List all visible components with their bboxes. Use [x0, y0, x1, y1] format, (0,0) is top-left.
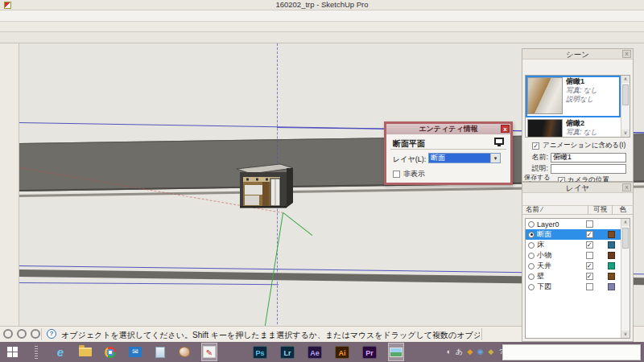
circle-tool-icon[interactable] — [0, 84, 10, 98]
taskbar-grip[interactable] — [29, 343, 43, 361]
layer-row-danmen[interactable]: 断面 — [526, 229, 621, 240]
previous-view-icon[interactable] — [10, 221, 19, 235]
chrome-icon[interactable] — [103, 343, 118, 361]
layer-row-layer0[interactable]: Layer0 — [526, 219, 621, 229]
geolocation-icon[interactable] — [3, 329, 13, 339]
layer-visible-checkbox[interactable] — [586, 283, 593, 290]
photoshop-icon[interactable]: Ps — [251, 343, 269, 361]
tray-volume-icon[interactable]: ◐ — [445, 343, 452, 361]
layer-color-swatch[interactable] — [608, 262, 615, 269]
look-around-tool-icon[interactable] — [10, 235, 19, 249]
start-button[interactable] — [5, 343, 19, 361]
scene-desc-input[interactable] — [551, 164, 626, 174]
current-layer-radio[interactable] — [528, 242, 535, 249]
3d-text-tool-icon[interactable] — [10, 180, 19, 194]
current-layer-radio[interactable] — [528, 274, 535, 280]
close-icon[interactable]: x — [501, 125, 510, 133]
layer-color-swatch[interactable] — [608, 273, 615, 280]
layer-visible-checkbox[interactable] — [586, 241, 593, 249]
pan-tool-icon[interactable] — [10, 194, 19, 208]
layer-color-swatch[interactable] — [608, 283, 615, 290]
make-component-tool-icon[interactable] — [10, 43, 19, 57]
layer-row-kabe[interactable]: 壁 — [526, 271, 621, 282]
text-tool-icon[interactable] — [0, 180, 10, 194]
paint-icon[interactable] — [177, 343, 192, 361]
layer-row-komono[interactable]: 小物 — [526, 250, 621, 261]
current-layer-radio[interactable] — [528, 263, 535, 269]
polygon-tool-icon[interactable] — [0, 98, 10, 112]
scene-thumbnail[interactable] — [527, 77, 563, 114]
help-icon[interactable]: ? — [47, 329, 56, 339]
orbit-tool-icon[interactable] — [0, 194, 10, 208]
credits-icon[interactable] — [17, 329, 27, 339]
layer-color-swatch[interactable] — [608, 241, 615, 249]
scene-name-input[interactable] — [551, 153, 626, 162]
sign-in-icon[interactable] — [31, 329, 40, 339]
ime-icon[interactable]: あ — [456, 343, 463, 361]
rotate-tool-icon[interactable] — [0, 125, 10, 139]
scrollbar-thumb[interactable] — [622, 228, 629, 249]
ie-icon[interactable]: e — [53, 343, 68, 361]
aftereffects-icon[interactable]: Ae — [306, 343, 324, 361]
rectangle-tool-icon[interactable] — [0, 71, 10, 84]
move-tool-icon[interactable] — [0, 112, 10, 125]
paint-bucket-tool-icon[interactable] — [0, 57, 10, 71]
current-layer-radio[interactable] — [528, 284, 535, 290]
tray-icon-gold[interactable]: ◆ — [487, 343, 494, 361]
tray-icon-blue[interactable]: ◉ — [477, 343, 484, 361]
push-pull-tool-icon[interactable] — [10, 112, 19, 125]
axes-tool-icon[interactable] — [0, 167, 10, 180]
premiere-icon[interactable]: Pr — [361, 343, 378, 361]
scene-thumbnail[interactable] — [527, 119, 563, 138]
sketchup-taskbar-icon[interactable]: ✎ — [201, 343, 217, 361]
eraser-tool-icon[interactable] — [10, 57, 19, 71]
zoom-window-tool-icon[interactable] — [10, 208, 19, 221]
notification-popup[interactable] — [502, 344, 641, 360]
layer-row-shitazu[interactable]: 下図 — [526, 282, 621, 292]
zoom-tool-icon[interactable] — [0, 208, 10, 221]
mail-icon[interactable]: ✉ — [127, 343, 143, 361]
layer-visible-checkbox[interactable] — [586, 231, 593, 238]
scroll-down-icon[interactable]: ∨ — [621, 331, 630, 338]
zoom-extents-tool-icon[interactable] — [0, 221, 10, 235]
scene-list-scrollbar[interactable]: ∧ ∨ — [621, 76, 630, 137]
arc-tool-icon[interactable] — [10, 84, 19, 98]
tape-measure-tool-icon[interactable] — [0, 153, 10, 167]
layer-visible-checkbox[interactable] — [586, 252, 593, 259]
offset-tool-icon[interactable] — [10, 139, 19, 153]
details-toggle-icon[interactable] — [494, 138, 504, 145]
layer-dropdown[interactable]: 断面 ▾ — [428, 153, 501, 163]
layer-visible-checkbox[interactable] — [586, 220, 593, 228]
position-camera-tool-icon[interactable] — [0, 235, 10, 249]
layer-color-swatch[interactable] — [608, 231, 615, 238]
section-plane-tool-icon[interactable] — [10, 249, 19, 262]
layers-panel-title-bar[interactable]: レイヤ x — [522, 183, 633, 193]
lightroom-icon[interactable]: Lr — [279, 343, 296, 361]
scroll-up-icon[interactable]: ∧ — [621, 76, 630, 83]
layer-row-yuka[interactable]: 床 — [526, 240, 621, 250]
chevron-down-icon[interactable]: ▾ — [490, 154, 500, 162]
close-icon[interactable]: x — [622, 50, 631, 58]
measurement-box[interactable] — [484, 328, 519, 340]
layer-row-tenjo[interactable]: 天井 — [526, 261, 621, 271]
layer-list-scrollbar[interactable]: ∧ ∨ — [621, 219, 630, 338]
close-icon[interactable]: x — [622, 183, 631, 191]
follow-me-tool-icon[interactable] — [10, 125, 19, 139]
layer-visible-checkbox[interactable] — [586, 273, 593, 280]
line-tool-icon[interactable] — [10, 71, 19, 84]
illustrator-icon[interactable]: Ai — [333, 343, 351, 361]
hidden-checkbox[interactable] — [393, 171, 400, 178]
scroll-up-icon[interactable]: ∧ — [621, 219, 630, 226]
scroll-down-icon[interactable]: ∨ — [621, 130, 630, 137]
scene-item-2[interactable]: 俯瞰2 写真: なし 説明なし — [526, 117, 621, 138]
photoviewer-icon[interactable] — [388, 343, 404, 361]
freehand-tool-icon[interactable] — [10, 98, 19, 112]
walk-tool-icon[interactable] — [0, 249, 10, 262]
scene-item-1[interactable]: 俯瞰1 写真: なし 説明なし — [526, 76, 621, 117]
include-animation-checkbox[interactable] — [532, 142, 539, 150]
scrollbar-thumb[interactable] — [622, 84, 629, 105]
scenes-panel-title-bar[interactable]: シーン x — [522, 49, 633, 60]
protractor-tool-icon[interactable] — [10, 153, 19, 167]
explorer-icon[interactable] — [77, 343, 93, 361]
scale-tool-icon[interactable] — [0, 139, 10, 153]
